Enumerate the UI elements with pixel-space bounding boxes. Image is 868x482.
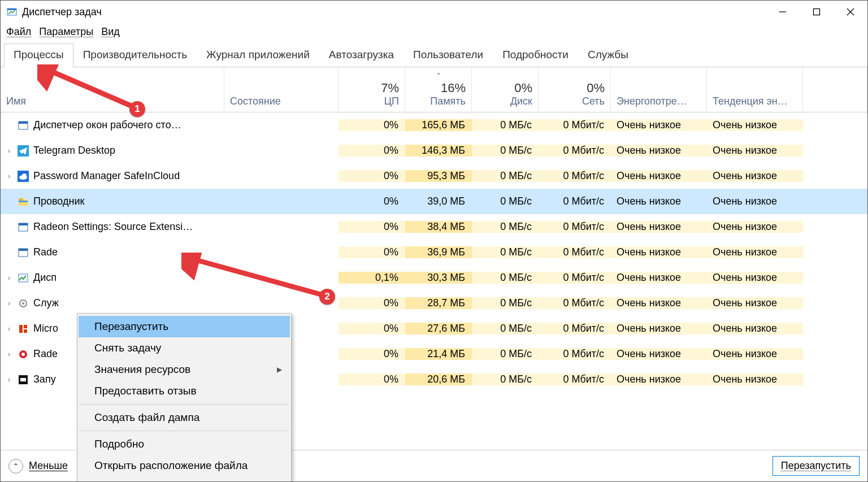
cell-cpu: 0% [338,246,405,258]
context-menu-item[interactable]: Перезапустить [79,316,290,337]
cell-cpu: 0% [338,323,405,335]
process-icon [18,247,29,258]
tab-performance[interactable]: Производительность [73,44,197,67]
process-area: Имя Состояние 7%ЦП ⌄16%Память 0%Диск 0%С… [1,67,867,401]
cell-name: Диспетчер окон рабочего сто… [1,119,224,131]
process-icon [18,171,29,182]
process-name: Password Manager SafeInCloud [33,170,180,182]
svg-rect-14 [19,201,28,202]
context-menu-item[interactable]: Подробно [79,433,290,455]
minimize-button[interactable] [766,1,800,23]
col-network-label: Сеть [582,95,605,107]
cell-memory: 38,4 МБ [405,221,472,233]
expand-icon[interactable]: › [4,147,14,155]
tab-app-history[interactable]: Журнал приложений [197,44,319,67]
cell-cpu: 0% [338,119,405,131]
process-name: Дисп [33,272,57,284]
close-button[interactable] [834,1,867,23]
titlebar: Диспетчер задач [1,1,867,23]
col-energy[interactable]: Энергопотре… [611,67,707,112]
network-percent: 0% [587,81,605,95]
context-menu-item[interactable]: Снять задачу [79,337,290,359]
table-row[interactable]: ›Служ0%28,7 МБ0 МБ/с0 Мбит/сОчень низкое… [1,290,867,316]
expand-icon[interactable]: › [4,274,14,282]
expand-icon[interactable]: › [4,299,14,307]
process-icon [18,298,29,309]
cell-disk: 0 МБ/с [472,323,539,335]
tab-details[interactable]: Подробности [493,44,578,67]
process-name: Rade [33,348,58,360]
cell-memory: 20,6 МБ [405,374,472,385]
col-status[interactable]: Состояние [224,67,338,112]
context-menu-item[interactable]: Поиск в Интернете [79,476,290,482]
cell-cpu: 0% [338,374,405,385]
cell-network: 0 Мбит/с [539,119,611,131]
table-row[interactable]: ›Telegram Desktop0%146,3 МБ0 МБ/с0 Мбит/… [1,138,867,163]
cell-name: ›Telegram Desktop [1,145,224,157]
col-energy-label: Энергопотре… [617,95,701,107]
cell-name: Rade [1,246,224,258]
process-name: Micro [33,323,58,335]
tab-users[interactable]: Пользователи [403,44,493,67]
cell-memory: 39,0 МБ [405,196,472,207]
cell-network: 0 Мбит/с [539,323,611,335]
process-icon [18,196,29,207]
app-icon [6,6,18,18]
expand-icon[interactable]: › [4,325,14,333]
cell-memory: 21,4 МБ [405,348,472,360]
cell-network: 0 Мбит/с [539,145,611,157]
col-network[interactable]: 0%Сеть [539,67,611,112]
expand-icon[interactable]: › [4,376,14,384]
table-row[interactable]: Диспетчер окон рабочего сто…0%165,6 МБ0 … [1,112,867,138]
process-name: Служ [33,297,59,309]
process-icon [18,349,29,360]
table-row[interactable]: Rade0%36,9 МБ0 МБ/с0 Мбит/сОчень низкоеО… [1,240,867,265]
col-disk[interactable]: 0%Диск [472,67,539,112]
col-status-label: Состояние [230,95,332,107]
svg-rect-23 [24,325,27,328]
col-cpu[interactable]: 7%ЦП [338,67,405,112]
context-menu-item[interactable]: Значения ресурсов▶ [79,359,290,380]
cpu-percent: 7% [381,81,399,95]
tab-startup[interactable]: Автозагрузка [319,44,403,67]
menu-file[interactable]: Файл [6,26,31,38]
tab-services[interactable]: Службы [578,44,638,67]
process-icon [18,222,29,233]
table-row[interactable]: Проводник0%39,0 МБ0 МБ/с0 Мбит/сОчень ни… [1,189,867,214]
cell-energy: Очень низкое [611,196,707,207]
expand-icon[interactable]: › [4,350,14,358]
context-menu-item[interactable]: Открыть расположение файла [79,455,290,476]
col-name[interactable]: Имя [1,67,224,112]
restart-button[interactable]: Перезапустить [772,456,860,476]
table-row[interactable]: ›Дисп0,1%30,3 МБ0 МБ/с0 Мбит/сОчень низк… [1,265,867,290]
expand-icon[interactable]: › [4,172,14,180]
col-memory[interactable]: ⌄16%Память [405,67,472,112]
process-icon [18,374,29,385]
menu-options[interactable]: Параметры [39,26,93,38]
context-menu-item[interactable]: Предоставить отзыв [79,380,290,402]
context-menu-item[interactable]: Создать файл дампа [79,407,290,428]
cell-disk: 0 МБ/с [472,119,539,131]
cell-energy: Очень низкое [611,297,707,309]
maximize-button[interactable] [800,1,834,23]
cell-network: 0 Мбит/с [539,196,611,207]
table-row[interactable]: Radeon Settings: Source Extensi…0%38,4 М… [1,214,867,240]
menubar: Файл Параметры Вид [1,23,867,40]
cell-memory: 28,7 МБ [405,297,472,309]
fewer-details[interactable]: ⌃ Меньше [8,459,68,474]
menu-view[interactable]: Вид [101,26,120,38]
cell-network: 0 Мбит/с [539,348,611,360]
col-energy-trend[interactable]: Тенденция эн… [707,67,803,112]
cell-name: ›Дисп [1,272,224,284]
cell-energy-trend: Очень низкое [707,246,803,258]
svg-rect-16 [19,223,28,225]
table-row[interactable]: ›Password Manager SafeInCloud0%95,3 МБ0 … [1,163,867,189]
disk-percent: 0% [514,81,532,95]
cell-energy: Очень низкое [611,323,707,335]
svg-rect-24 [24,329,27,333]
tab-processes[interactable]: Процессы [4,44,73,67]
cell-energy: Очень низкое [611,170,707,182]
cell-energy: Очень низкое [611,246,707,258]
cell-energy-trend: Очень низкое [707,221,803,233]
context-menu-separator [80,431,289,431]
